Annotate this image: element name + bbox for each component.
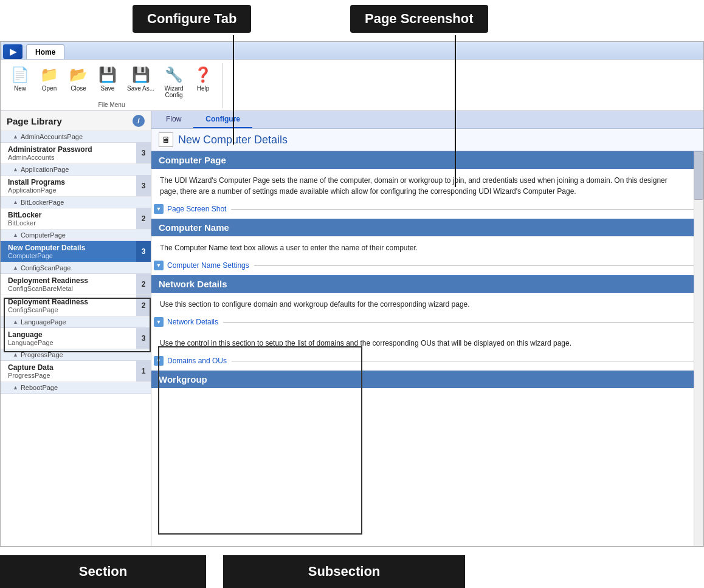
item-count: 2 [136, 208, 151, 229]
section-header-label: BitLockerPage [21, 199, 64, 206]
subsection-arrow-icon: ▼ [154, 317, 164, 327]
item-title: Deployment Readiness [8, 276, 131, 285]
section-collapse-icon: ▲ [13, 385, 18, 391]
open-label: Open [42, 85, 57, 92]
section-collapse-icon: ▲ [13, 319, 18, 325]
item-subtitle: ApplicationPage [8, 186, 131, 194]
office-button[interactable]: ▶ [3, 44, 22, 59]
subsection-page-screenshot[interactable]: ▼ Page Screen Shot [151, 202, 694, 219]
new-button[interactable]: 📄 New [7, 63, 33, 100]
save-button[interactable]: 💾 Save [94, 63, 121, 100]
close-label: Close [71, 85, 86, 92]
section-header-label: ApplicationPage [21, 166, 69, 173]
page-content: Computer Page The UDI Wizard's Computer … [151, 151, 703, 546]
sidebar-item-capture-data[interactable]: Capture Data ProgressPage 1 [1, 361, 151, 382]
subsection-line [254, 265, 694, 266]
item-count: 3 [136, 328, 151, 349]
section-collapse-icon: ▲ [13, 232, 18, 238]
tab-configure[interactable]: Configure [193, 111, 252, 128]
section-network-details-body2: Use the control in this section to setup… [151, 332, 694, 354]
sidebar-item-language[interactable]: Language LanguagePage 3 [1, 328, 151, 349]
subsection-label[interactable]: Computer Name Settings [167, 261, 249, 270]
section-computer-page-body: The UDI Wizard's Computer Page sets the … [151, 169, 694, 202]
ribbon-content: 📄 New 📁 Open 📂 Close 💾 Save [1, 59, 703, 111]
close-doc-icon: 📂 [69, 65, 88, 84]
tab-flow[interactable]: Flow [154, 111, 193, 128]
ribbon-tab-strip: ▶ Home [1, 42, 703, 59]
section-computer-name-body: The Computer Name text box allows a user… [151, 236, 694, 258]
page-screenshot-arrow [455, 35, 456, 187]
item-count: 2 [136, 274, 151, 295]
sidebar-item-install-programs[interactable]: Install Programs ApplicationPage 3 [1, 176, 151, 197]
item-title: Deployment Readiness [8, 298, 131, 306]
sidebar-item-content: BitLocker BitLocker [1, 208, 136, 229]
item-title: Install Programs [8, 178, 131, 186]
wizard-icon: 🔧 [164, 65, 184, 84]
section-network-details-header: Network Details [151, 275, 694, 293]
sidebar-item-deployment-readiness-2[interactable]: Deployment Readiness ConfigScanPage 2 [1, 295, 151, 316]
configure-tab-arrow [233, 35, 234, 145]
section-computer-page-header: Computer Page [151, 151, 694, 169]
page-library-title: Page Library [7, 116, 62, 126]
item-subtitle: LanguagePage [8, 339, 131, 346]
item-title: BitLocker [8, 211, 131, 219]
subsection-label[interactable]: Domains and OUs [167, 357, 227, 365]
main-content: Page Library i ▲ AdminAccountsPage Admin… [1, 111, 703, 546]
section-network-details-body: Use this section to configure domain and… [151, 293, 694, 315]
sidebar-item-content: New Computer Details ComputerPage [1, 241, 136, 262]
help-button[interactable]: ❓ Help [190, 63, 216, 100]
right-panel: Flow Configure 🖥 New Computer Details Co… [151, 111, 703, 546]
wizard-config-button[interactable]: 🔧 WizardConfig [160, 63, 187, 100]
scrollbar-track [694, 151, 703, 546]
configure-tab-annotation: Configure Tab [133, 5, 251, 33]
subsection-computer-name-settings[interactable]: ▼ Computer Name Settings [151, 258, 694, 275]
ribbon-file-group: 📄 New 📁 Open 📂 Close 💾 Save [7, 63, 223, 108]
sidebar-section-languagepage: ▲ LanguagePage [1, 316, 151, 328]
item-title: Capture Data [8, 363, 131, 372]
save-as-label: Save As... [127, 85, 154, 92]
section-header-label: ComputerPage [21, 231, 66, 239]
sidebar-item-content: Language LanguagePage [1, 328, 136, 349]
sidebar-section-adminaccountspage: ▲ AdminAccountsPage [1, 131, 151, 143]
scrollbar-thumb[interactable] [694, 151, 703, 200]
file-menu-label: File Menu [98, 101, 125, 108]
save-as-button[interactable]: 💾 Save As... [123, 63, 158, 100]
subsection-network-details[interactable]: ▼ Network Details [151, 315, 694, 332]
subsection-label[interactable]: Network Details [167, 318, 218, 326]
sidebar-section-progresspage: ▲ ProgressPage [1, 349, 151, 361]
page-screenshot-annotation: Page Screenshot [350, 5, 488, 33]
subsection-arrow-icon: ▼ [154, 204, 164, 214]
item-subtitle: AdminAccounts [8, 154, 131, 161]
item-subtitle: ComputerPage [8, 252, 131, 259]
sidebar-section-configscanpage: ▲ ConfigScanPage [1, 262, 151, 274]
page-title-bar: 🖥 New Computer Details [151, 129, 703, 151]
help-label: Help [197, 85, 210, 92]
save-label: Save [101, 85, 115, 92]
subsection-arrow-icon: ▼ [154, 261, 164, 270]
save-as-icon: 💾 [131, 65, 151, 84]
sidebar-item-content: Deployment Readiness ConfigScanPage [1, 295, 136, 316]
section-collapse-icon: ▲ [13, 166, 18, 173]
item-title: Administrator Password [8, 145, 131, 154]
sidebar-item-bitlocker[interactable]: BitLocker BitLocker 2 [1, 208, 151, 230]
open-button[interactable]: 📁 Open [36, 63, 63, 100]
new-icon: 📄 [10, 65, 30, 84]
sidebar-header: Page Library i [1, 111, 151, 131]
sidebar-item-deployment-readiness-1[interactable]: Deployment Readiness ConfigScanBareMetal… [1, 274, 151, 295]
sidebar-item-content: Deployment Readiness ConfigScanBareMetal [1, 274, 136, 295]
sidebar-section-computerpage: ▲ ComputerPage [1, 230, 151, 241]
sidebar-item-admin-password[interactable]: Administrator Password AdminAccounts 3 [1, 143, 151, 164]
subsection-domains-ous[interactable]: ▼ Domains and OUs [151, 354, 694, 371]
item-count: 2 [136, 295, 151, 316]
sidebar-item-content: Capture Data ProgressPage [1, 361, 136, 381]
tab-home[interactable]: Home [26, 44, 64, 59]
item-title: New Computer Details [8, 244, 131, 252]
wizard-label: WizardConfig [164, 85, 183, 98]
subsection-label[interactable]: Page Screen Shot [167, 205, 226, 213]
sidebar-info-button[interactable]: i [133, 115, 145, 127]
item-title: Language [8, 330, 131, 339]
new-label: New [14, 85, 26, 92]
item-count: 3 [136, 176, 151, 196]
sidebar-item-new-computer-details[interactable]: New Computer Details ComputerPage 3 [1, 241, 151, 262]
close-button[interactable]: 📂 Close [65, 63, 92, 100]
